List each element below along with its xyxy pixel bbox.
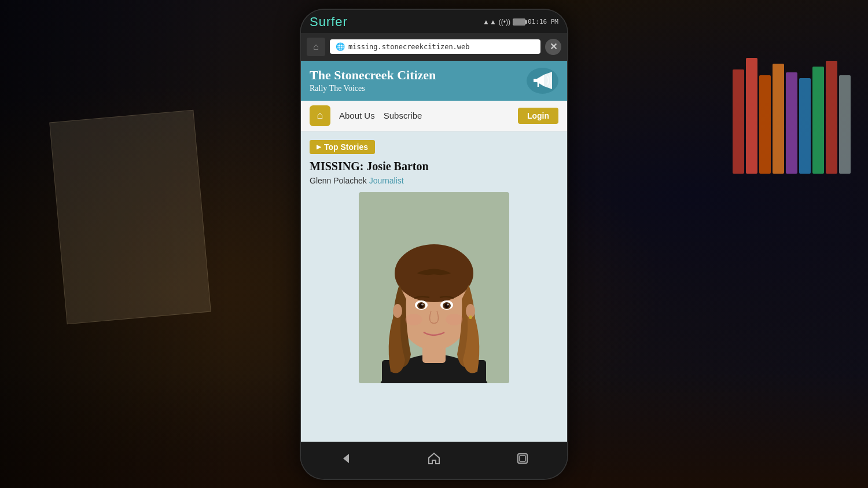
back-button[interactable] <box>327 449 364 472</box>
top-stories-badge[interactable]: ▶ Top Stories <box>310 140 375 154</box>
article-byline: Glenn Polachek Journalist <box>310 176 558 185</box>
home-icon: ⌂ <box>313 42 319 52</box>
browser-top-bar: Surfer ▲▲ ((•)) 01:16 PM <box>301 10 567 33</box>
time-display: 01:16 PM <box>528 18 558 25</box>
wifi-icon: ((•)) <box>499 18 510 26</box>
play-icon: ▶ <box>317 144 321 150</box>
newspaper-header: The Stonecreek Citizen Rally The Voices <box>301 61 567 101</box>
signal-icon: ▲▲ <box>483 18 496 26</box>
svg-point-16 <box>421 303 424 305</box>
website-content: The Stonecreek Citizen Rally The Voices <box>301 61 567 442</box>
svg-rect-26 <box>520 456 525 461</box>
url-text: missing.stonecreekcitizen.web <box>348 43 470 51</box>
svg-point-18 <box>405 314 422 325</box>
main-content: ▶ Top Stories MISSING: Josie Barton Glen… <box>301 131 567 442</box>
binder-6 <box>799 78 811 174</box>
url-field[interactable]: 🌐 missing.stonecreekcitizen.web <box>330 39 540 54</box>
binder-2 <box>746 58 757 174</box>
globe-icon: 🌐 <box>336 42 345 51</box>
binder-3 <box>759 75 771 174</box>
svg-marker-24 <box>429 453 439 464</box>
person-photo <box>359 192 509 383</box>
byline-name: Glenn Polachek <box>310 176 367 185</box>
left-paper-decoration <box>49 110 211 324</box>
person-portrait-svg <box>359 192 509 383</box>
paper-title-block: The Stonecreek Citizen Rally The Voices <box>310 68 436 93</box>
home-hardware-icon <box>427 452 441 465</box>
binder-1 <box>733 69 744 174</box>
battery-icon <box>513 19 525 25</box>
newspaper-tagline: Rally The Voices <box>310 84 436 93</box>
nav-home-button[interactable]: ⌂ <box>310 105 330 126</box>
close-icon: ✕ <box>550 41 557 52</box>
megaphone-icon-wrap <box>527 68 558 94</box>
back-icon <box>339 452 352 465</box>
home-nav-icon: ⌂ <box>317 109 323 122</box>
article-title: MISSING: Josie Barton <box>310 160 558 173</box>
home-hardware-button[interactable] <box>415 449 453 472</box>
phone-bottom-nav <box>301 442 567 479</box>
recents-icon <box>516 452 529 465</box>
svg-marker-23 <box>343 454 349 463</box>
binder-area <box>733 58 851 174</box>
binder-8 <box>826 61 837 174</box>
svg-point-19 <box>446 314 463 325</box>
svg-point-20 <box>393 304 402 318</box>
svg-rect-2 <box>534 79 537 82</box>
url-close-button[interactable]: ✕ <box>545 39 561 55</box>
browser-home-button[interactable]: ⌂ <box>307 38 325 56</box>
binder-7 <box>812 67 824 174</box>
about-us-link[interactable]: About Us <box>339 111 375 120</box>
binder-9 <box>839 75 851 174</box>
phone-device: Surfer ▲▲ ((•)) 01:16 PM ⌂ 🌐 missing.sto… <box>301 10 567 479</box>
binder-4 <box>773 64 784 174</box>
status-icons: ▲▲ ((•)) 01:16 PM <box>483 18 558 26</box>
journalist-role-link[interactable]: Journalist <box>369 176 404 185</box>
login-button[interactable]: Login <box>518 108 558 124</box>
subscribe-link[interactable]: Subscribe <box>384 111 422 120</box>
url-bar: ⌂ 🌐 missing.stonecreekcitizen.web ✕ <box>301 33 567 61</box>
nav-bar: ⌂ About Us Subscribe Login <box>301 101 567 131</box>
megaphone-icon <box>532 72 553 89</box>
surfer-logo: Surfer <box>310 14 348 30</box>
svg-point-22 <box>469 315 472 319</box>
top-stories-label: Top Stories <box>324 142 368 152</box>
svg-point-17 <box>447 303 449 305</box>
recents-button[interactable] <box>504 449 541 472</box>
newspaper-title: The Stonecreek Citizen <box>310 68 436 83</box>
binder-5 <box>786 72 797 174</box>
